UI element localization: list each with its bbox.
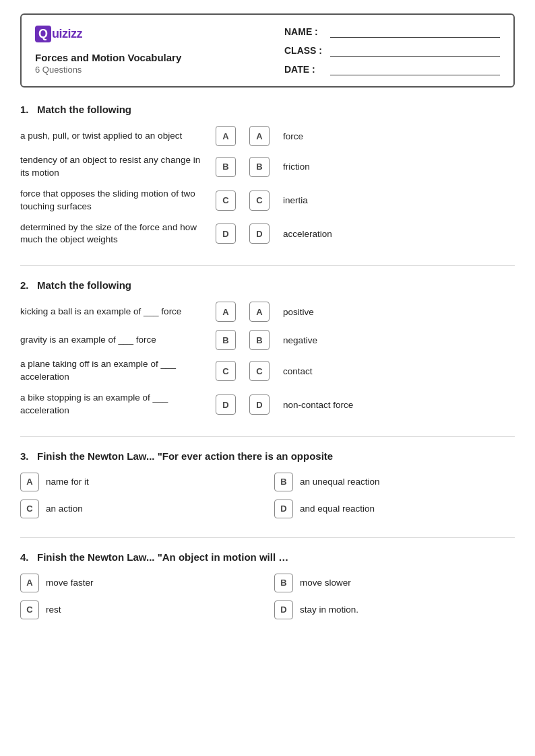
question-3: 3. Finish the Newton Law... "For ever ac…	[20, 450, 515, 518]
match-left-text: a push, pull, or twist applied to an obj…	[20, 130, 209, 143]
match-right-section: Aforce	[243, 126, 337, 146]
question-1-header: 1. Match the following	[20, 104, 515, 115]
mc-badge: C	[20, 600, 39, 619]
date-row: DATE :	[284, 63, 500, 75]
question-1: 1. Match the followinga push, pull, or t…	[20, 104, 515, 246]
match-right-section: Apositive	[243, 302, 337, 322]
match-left-badge: C	[216, 361, 236, 381]
mc-badge: C	[20, 500, 39, 518]
question-3-header: 3. Finish the Newton Law... "For ever ac…	[20, 450, 515, 462]
match-left-badge: A	[216, 126, 236, 146]
question-num: 1.	[20, 104, 29, 115]
mc-option-text: name for it	[46, 477, 89, 487]
date-input[interactable]	[330, 63, 500, 75]
list-item: Dstay in motion.	[274, 600, 515, 619]
match-left-badge: C	[216, 191, 236, 211]
logo-text: uizizz	[52, 27, 82, 41]
question-2: 2. Match the followingkicking a ball is …	[20, 279, 515, 417]
quiz-questions-count: 6 Questions	[35, 65, 181, 75]
match-right-badge: A	[249, 302, 270, 322]
mc-options-3: Aname for itBan unequal reactionCan acti…	[20, 473, 515, 518]
match-left-badge: A	[216, 302, 236, 322]
question-4: 4. Finish the Newton Law... "An object i…	[20, 551, 515, 619]
mc-options-4: Amove fasterBmove slowerCrestDstay in mo…	[20, 574, 515, 619]
match-left-text: determined by the size of the force and …	[20, 221, 209, 247]
header-left: Q uizizz Forces and Motion Vocabulary 6 …	[35, 26, 181, 75]
match-right-badge: C	[249, 191, 270, 211]
match-right-section: Ccontact	[243, 361, 337, 381]
table-row: tendency of an object to resist any chan…	[20, 154, 515, 180]
header-right: NAME : CLASS : DATE :	[284, 26, 500, 75]
list-item: Crest	[20, 600, 261, 619]
match-right-badge: C	[249, 361, 270, 381]
match-left-text: a bike stopping is an example of ___ acc…	[20, 392, 209, 417]
match-left-badge: D	[216, 394, 236, 415]
mc-badge: D	[274, 500, 293, 518]
mc-badge: D	[274, 600, 293, 619]
match-right-text: acceleration	[283, 229, 337, 239]
match-right-section: Bnegative	[243, 330, 337, 350]
mc-option-text: an unequal reaction	[300, 477, 380, 487]
questions-container: 1. Match the followinga push, pull, or t…	[20, 104, 515, 619]
mc-badge: B	[274, 473, 293, 491]
match-left-badge: B	[216, 330, 236, 350]
question-label: Finish the Newton Law... "An object in m…	[37, 551, 288, 563]
match-left-badge: D	[216, 224, 236, 244]
match-left-text: gravity is an example of ___ force	[20, 334, 209, 347]
logo: Q uizizz	[35, 26, 181, 42]
list-item: Amove faster	[20, 574, 261, 592]
match-left-text: a plane taking off is an example of ___ …	[20, 358, 209, 384]
match-left-text: tendency of an object to resist any chan…	[20, 154, 209, 180]
mc-option-text: move slower	[300, 578, 351, 588]
match-right-text: inertia	[283, 195, 337, 205]
match-right-text: force	[283, 131, 337, 141]
name-input[interactable]	[330, 26, 500, 38]
list-item: Aname for it	[20, 473, 261, 491]
match-right-badge: B	[249, 157, 270, 177]
logo-q-icon: Q	[35, 26, 51, 42]
match-right-section: Dnon-contact force	[243, 394, 353, 415]
match-right-badge: A	[249, 126, 270, 146]
question-4-header: 4. Finish the Newton Law... "An object i…	[20, 551, 515, 563]
section-divider	[20, 436, 515, 437]
class-row: CLASS :	[284, 44, 500, 57]
match-right-section: Cinertia	[243, 191, 337, 211]
match-left-text: force that opposes the sliding motion of…	[20, 188, 209, 213]
question-label: Match the following	[37, 104, 131, 115]
table-row: kicking a ball is an example of ___ forc…	[20, 302, 515, 322]
class-input[interactable]	[330, 44, 500, 57]
mc-option-text: stay in motion.	[300, 605, 358, 615]
question-label: Finish the Newton Law... "For ever actio…	[37, 450, 333, 462]
list-item: Can action	[20, 500, 261, 518]
question-label: Match the following	[37, 279, 131, 291]
table-row: a push, pull, or twist applied to an obj…	[20, 126, 515, 146]
name-label: NAME :	[284, 26, 325, 37]
match-right-text: non-contact force	[283, 400, 353, 410]
mc-option-text: and equal reaction	[300, 504, 375, 514]
mc-option-text: move faster	[46, 578, 94, 588]
table-row: determined by the size of the force and …	[20, 221, 515, 247]
match-right-text: negative	[283, 335, 337, 345]
header-box: Q uizizz Forces and Motion Vocabulary 6 …	[20, 13, 515, 88]
match-right-badge: B	[249, 330, 270, 350]
match-right-section: Bfriction	[243, 157, 337, 177]
match-right-text: positive	[283, 307, 337, 317]
mc-badge: A	[20, 473, 39, 491]
question-num: 4.	[20, 551, 29, 563]
mc-option-text: an action	[46, 504, 83, 514]
class-label: CLASS :	[284, 45, 325, 56]
list-item: Ban unequal reaction	[274, 473, 515, 491]
mc-option-text: rest	[46, 605, 61, 615]
match-left-badge: B	[216, 157, 236, 177]
question-num: 2.	[20, 279, 29, 291]
match-right-badge: D	[249, 394, 270, 415]
question-2-header: 2. Match the following	[20, 279, 515, 291]
match-grid-1: a push, pull, or twist applied to an obj…	[20, 126, 515, 246]
question-num: 3.	[20, 450, 29, 462]
section-divider	[20, 537, 515, 538]
section-divider	[20, 265, 515, 266]
date-label: DATE :	[284, 64, 325, 75]
table-row: a bike stopping is an example of ___ acc…	[20, 392, 515, 417]
match-right-text: contact	[283, 366, 337, 376]
name-row: NAME :	[284, 26, 500, 38]
